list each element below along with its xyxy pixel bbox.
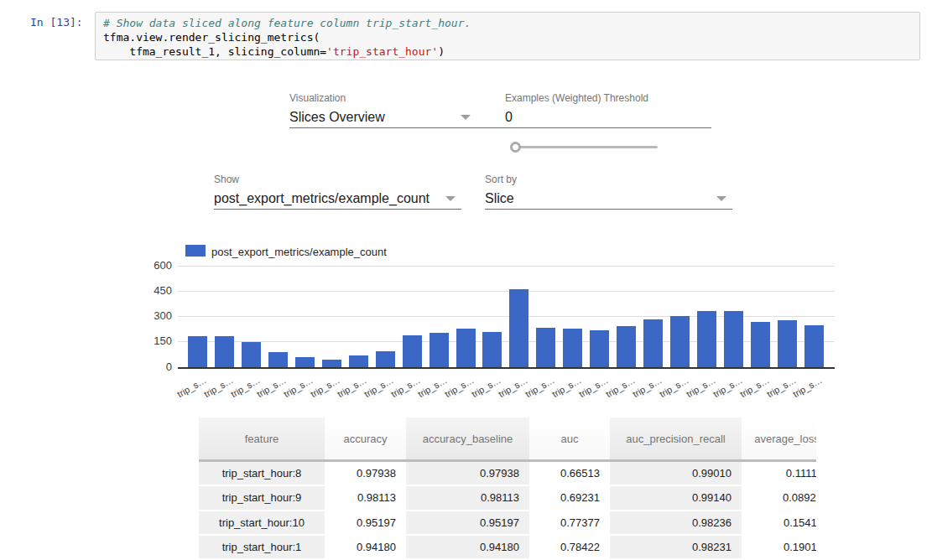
legend-swatch [185, 245, 206, 257]
cell-prompt: In [13]: [30, 16, 83, 29]
x-axis-tick-label: trip_s… [658, 375, 690, 399]
metrics-table[interactable]: featuretrip_start_hour:8trip_start_hour:… [199, 417, 816, 560]
feature-cell: trip_start_hour:1 [199, 536, 325, 560]
bar-17[interactable] [643, 319, 663, 367]
x-axis-tick-label: trip_s… [523, 375, 556, 399]
metric-cell: 0.69231 [529, 486, 610, 511]
metric-cell: 0.95197 [406, 511, 529, 536]
column-header[interactable]: auc [529, 417, 610, 459]
sort-by-underline [485, 209, 732, 210]
metric-cell: 0.78422 [529, 536, 610, 560]
table-header-separator [199, 459, 816, 462]
gridline [178, 266, 835, 267]
bar-11[interactable] [482, 332, 502, 367]
column-header[interactable]: accuracy [325, 417, 406, 459]
chevron-down-icon[interactable] [716, 196, 726, 201]
feature-cell: trip_start_hour:10 [199, 511, 325, 536]
metric-cell: 0.99010 [610, 462, 742, 486]
metric-cell: 0.98236 [610, 511, 742, 536]
table-column-auc_precision_recall: auc_precision_recall0.990100.991400.9823… [610, 417, 742, 560]
x-axis-tick-label: trip_s… [229, 375, 262, 399]
tfma-slicing-metrics-view: In [13]: # Show data sliced along featur… [0, 0, 932, 560]
code-cell[interactable]: # Show data sliced along feature column … [95, 12, 920, 60]
show-select[interactable]: post_export_metrics/example_count [214, 191, 430, 206]
column-header[interactable]: average_loss [742, 417, 816, 459]
x-axis-tick-label: trip_s… [309, 375, 341, 399]
x-axis-tick-label: trip_s… [765, 375, 798, 399]
bar-12[interactable] [509, 289, 528, 367]
metric-cell: 0.95197 [325, 511, 406, 536]
chevron-down-icon[interactable] [461, 115, 471, 120]
y-axis-tick-label: 300 [145, 309, 172, 322]
show-underline [214, 209, 461, 210]
bar-9[interactable] [430, 333, 449, 367]
threshold-underline [505, 127, 711, 128]
bar-16[interactable] [617, 326, 636, 367]
column-header[interactable]: feature [199, 417, 325, 459]
bar-22[interactable] [778, 320, 797, 367]
bar-23[interactable] [804, 325, 824, 367]
x-axis-tick-label: trip_s… [497, 375, 529, 399]
column-header[interactable]: accuracy_baseline [406, 417, 529, 459]
metric-cell: 0.94180 [406, 536, 529, 560]
table-column-feature: featuretrip_start_hour:8trip_start_hour:… [199, 417, 325, 560]
bar-8[interactable] [403, 335, 422, 367]
bar-21[interactable] [751, 322, 770, 367]
visualization-select[interactable]: Slices Overview [289, 110, 385, 125]
bar-7[interactable] [376, 351, 395, 367]
x-axis-tick-label: trip_s… [256, 375, 289, 399]
metric-cell: 0.99140 [610, 486, 742, 511]
table-column-auc: auc0.665130.692310.773770.78422 [529, 417, 610, 560]
metric-cell: 0.97938 [406, 462, 529, 486]
bar-14[interactable] [563, 329, 582, 367]
bar-0[interactable] [188, 336, 207, 367]
bar-3[interactable] [268, 352, 288, 367]
bar-4[interactable] [295, 357, 315, 367]
bar-19[interactable] [697, 311, 716, 367]
x-axis-tick-label: trip_s… [362, 375, 395, 399]
x-axis-tick-label: trip_s… [443, 375, 476, 399]
visualization-label: Visualization [289, 92, 346, 104]
gridline [178, 291, 835, 292]
x-axis-tick-label: trip_s… [282, 375, 315, 399]
metric-cell: 0.94180 [325, 536, 406, 560]
sort-by-select[interactable]: Slice [485, 191, 514, 206]
threshold-label: Examples (Weighted) Threshold [505, 92, 648, 104]
x-axis-tick-label: trip_s… [175, 375, 208, 399]
bar-1[interactable] [215, 336, 234, 367]
bar-6[interactable] [349, 355, 368, 367]
y-axis-tick-label: 600 [145, 259, 172, 272]
code-line-3: tfma_result_1, slicing_column='trip_star… [103, 44, 912, 59]
bar-2[interactable] [242, 342, 261, 367]
metric-cell: 0.98231 [610, 536, 742, 560]
y-axis-tick-label: 450 [145, 284, 172, 297]
chevron-down-icon[interactable] [445, 196, 456, 201]
x-axis-tick-label: trip_s… [631, 375, 664, 399]
metric-cell: 0.11111 [742, 462, 816, 486]
table-column-accuracy: accuracy0.979380.981130.951970.94180 [325, 417, 406, 560]
bar-5[interactable] [322, 360, 341, 367]
bar-20[interactable] [724, 311, 743, 367]
threshold-slider-track[interactable] [516, 146, 658, 148]
bar-18[interactable] [670, 316, 690, 367]
bar-10[interactable] [456, 329, 476, 367]
feature-cell: trip_start_hour:8 [199, 462, 325, 486]
threshold-slider-handle[interactable] [510, 142, 521, 153]
threshold-input[interactable]: 0 [505, 110, 513, 125]
metric-cell: 0.77377 [529, 511, 610, 536]
sort-by-label: Sort by [485, 174, 517, 185]
metric-cell: 0.19011 [742, 536, 816, 560]
bar-13[interactable] [536, 328, 555, 367]
x-axis-tick-label: trip_s… [738, 375, 771, 399]
x-axis-tick-label: trip_s… [389, 375, 422, 399]
column-header[interactable]: auc_precision_recall [610, 417, 742, 459]
x-axis-tick-label: trip_s… [685, 375, 717, 399]
x-axis-tick-label: trip_s… [577, 375, 610, 399]
code-comment-line: # Show data sliced along feature column … [103, 16, 912, 30]
metric-cell: 0.97938 [325, 462, 406, 486]
show-label: Show [214, 174, 239, 185]
table-column-accuracy_baseline: accuracy_baseline0.979380.981130.951970.… [406, 417, 529, 560]
bar-15[interactable] [590, 330, 609, 367]
x-axis-tick-label: trip_s… [336, 375, 368, 399]
y-axis-tick-label: 0 [145, 360, 172, 373]
